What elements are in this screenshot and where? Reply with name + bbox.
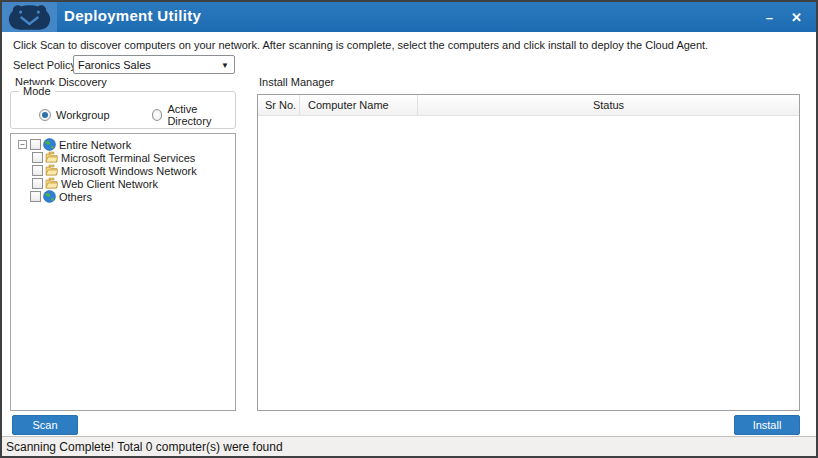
tree-item-web-client-network[interactable]: Web Client Network [11,177,235,190]
tree-item-label: Microsoft Windows Network [61,165,197,177]
mode-groupbox: Mode Workgroup Active Directory [10,91,236,129]
title-bar: Deployment Utility – ✕ [2,2,816,32]
minimize-icon[interactable]: – [762,9,777,26]
network-folder-icon [45,164,58,177]
table-header-row: Sr No. Computer Name Status [258,95,799,116]
policy-dropdown[interactable]: Faronics Sales ▼ [73,55,235,74]
column-header-computer-name[interactable]: Computer Name [300,95,418,115]
window-controls: – ✕ [762,2,806,32]
status-text: Scanning Complete! Total 0 computer(s) w… [6,440,283,454]
network-tree-panel: − Entire Network Microsoft Terminal Serv… [10,133,236,411]
install-manager-table: Sr No. Computer Name Status [257,94,800,411]
ms-windows-network-checkbox[interactable] [32,165,43,176]
status-bar: Scanning Complete! Total 0 computer(s) w… [2,436,816,456]
column-header-status[interactable]: Status [418,95,799,115]
mode-options: Workgroup Active Directory [11,103,235,127]
window-title: Deployment Utility [64,7,201,24]
globe-icon [43,138,56,151]
radio-active-directory[interactable]: Active Directory [152,103,235,127]
install-manager-label: Install Manager [259,76,334,88]
faronics-bear-logo-icon [2,2,57,32]
web-client-network-checkbox[interactable] [32,178,43,189]
install-button[interactable]: Install [734,415,800,435]
radio-active-directory-label: Active Directory [167,103,235,127]
tree-item-label: Others [59,191,92,203]
policy-dropdown-value: Faronics Sales [78,59,151,71]
radio-workgroup[interactable]: Workgroup [39,103,110,127]
close-icon[interactable]: ✕ [787,9,806,26]
select-policy-label: Select Policy [13,59,76,71]
radio-workgroup-label: Workgroup [56,109,110,121]
column-header-sr-no[interactable]: Sr No. [258,95,300,115]
tree-item-label: Microsoft Terminal Services [61,152,195,164]
chevron-down-icon: ▼ [221,61,229,70]
network-folder-icon [45,177,58,190]
instruction-text: Click Scan to discover computers on your… [13,39,708,51]
tree-item-others[interactable]: Others [11,190,235,203]
others-checkbox[interactable] [30,191,41,202]
tree-item-entire-network[interactable]: − Entire Network [11,138,235,151]
tree-item-ms-terminal-services[interactable]: Microsoft Terminal Services [11,151,235,164]
radio-active-directory-icon[interactable] [152,109,163,121]
scan-button[interactable]: Scan [12,415,78,435]
tree-item-label: Web Client Network [61,178,158,190]
radio-workgroup-icon[interactable] [39,109,51,121]
globe-icon [43,190,56,203]
mode-legend: Mode [19,85,55,97]
deployment-utility-window: Deployment Utility – ✕ Click Scan to dis… [0,0,818,458]
collapse-icon[interactable]: − [18,140,27,149]
ms-terminal-services-checkbox[interactable] [32,152,43,163]
entire-network-checkbox[interactable] [30,139,41,150]
network-folder-icon [45,151,58,164]
tree-item-label: Entire Network [59,139,131,151]
tree-item-ms-windows-network[interactable]: Microsoft Windows Network [11,164,235,177]
